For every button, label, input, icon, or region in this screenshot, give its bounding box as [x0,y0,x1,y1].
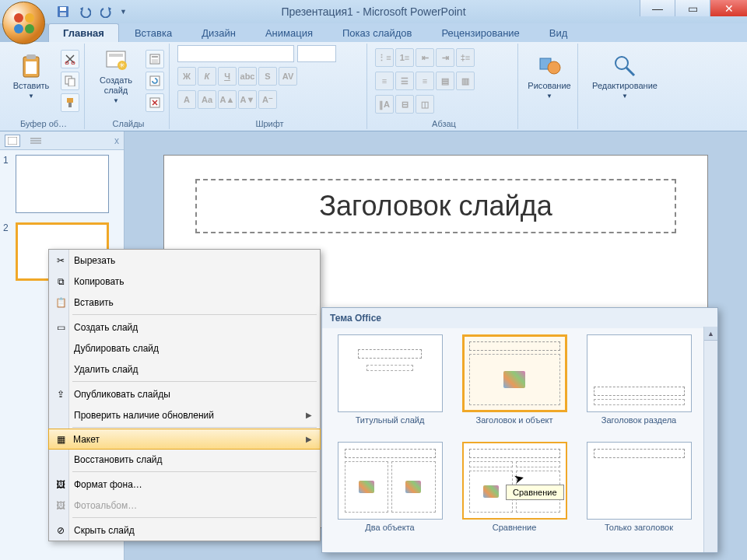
align-text-button[interactable]: ⊟ [395,95,414,114]
outline-tab[interactable] [28,135,44,147]
ribbon-tabs: Главная Вставка Дизайн Анимация Показ сл… [48,23,747,42]
cm-paste[interactable]: 📋Вставить [49,292,320,313]
indent-dec-button[interactable]: ⇤ [416,48,434,67]
shrink-font-button[interactable]: A▼ [238,90,257,109]
format-painter-button[interactable] [61,93,79,112]
slides-tab[interactable] [5,135,20,147]
line-spacing-button[interactable]: ‡≡ [456,48,475,67]
office-button[interactable] [2,2,45,44]
gallery-header: Тема Office [322,308,717,328]
change-case-button[interactable]: Aa [198,90,216,109]
save-button[interactable] [54,3,72,20]
numbering-button[interactable]: 1≡ [395,48,414,67]
new-slide-label: Создать слайд [93,75,139,94]
layout-title-slide[interactable]: Титульный слайд [333,334,447,436]
strike-button[interactable]: abc [238,67,257,86]
shapes-icon [537,54,562,79]
qat-dropdown-icon[interactable]: ▼ [120,8,127,16]
pane-close-button[interactable]: x [114,135,119,146]
paste-button[interactable]: Вставить ▼ [8,45,54,107]
layout-section-header[interactable]: Заголовок раздела [582,334,696,436]
align-left-button[interactable]: ≡ [375,72,394,90]
bullets-button[interactable]: ⋮≡ [375,48,394,67]
svg-rect-22 [152,59,158,63]
slide-delete-button[interactable] [146,93,164,112]
cm-cut[interactable]: ✂Вырезать [49,250,320,271]
cm-layout[interactable]: ▦Макет▶ [48,429,321,450]
chevron-right-icon: ▶ [306,435,312,443]
context-menu: ✂Вырезать ⧉Копировать 📋Вставить ▭Создать… [48,249,321,541]
group-paragraph: ⋮≡ 1≡ ⇤ ⇥ ‡≡ ≡ ☰ ≡ ▤ ▥ ‖A ⊟ ◫ Абзац [370,44,518,129]
thumb-1[interactable]: 1 [0,150,124,218]
char-space-button[interactable]: AV [279,67,297,86]
svg-point-26 [548,61,560,74]
cut-button[interactable] [61,50,79,68]
cm-publish-slides[interactable]: ⇪Опубликовать слайды [49,383,320,404]
bold-button[interactable]: Ж [177,67,196,86]
svg-point-3 [25,24,34,33]
columns-button[interactable]: ▥ [456,72,475,90]
tab-design[interactable]: Дизайн [188,24,250,42]
scissors-icon: ✂ [54,254,68,268]
font-color-button[interactable]: A [177,90,196,109]
new-slide-icon: ▭ [54,320,68,334]
tab-slideshow[interactable]: Показ слайдов [328,24,426,42]
copy-button[interactable] [61,72,79,90]
cm-duplicate-slide[interactable]: Дублировать слайд [49,338,320,359]
drawing-button[interactable]: Рисование ▼ [526,45,573,107]
editing-label: Редактирование [592,81,658,90]
cm-reset-slide[interactable]: Восстановить слайд [49,449,320,470]
redo-button[interactable] [98,3,115,20]
editing-button[interactable]: Редактирование ▼ [586,45,664,107]
slide-reset-button[interactable] [146,72,164,90]
copy-icon [65,75,75,86]
cm-format-background[interactable]: 🖼Формат фона… [49,474,320,495]
tab-review[interactable]: Рецензирование [427,24,533,42]
tab-animation[interactable]: Анимация [251,24,327,42]
smartart-button[interactable]: ◫ [416,95,434,114]
clear-format-button[interactable]: A⁻ [258,90,277,109]
italic-button[interactable]: К [198,67,216,86]
indent-inc-button[interactable]: ⇥ [436,48,454,67]
scroll-up-button[interactable]: ▲ [704,327,717,341]
minimize-button[interactable]: ― [640,0,675,16]
paste-label: Вставить [13,81,50,90]
slide-title-placeholder[interactable]: Заголовок слайда [195,179,676,233]
tab-home[interactable]: Главная [48,23,119,42]
layout-title-content[interactable]: Заголовок и объект [458,334,571,436]
layout-two-content[interactable]: Два объекта [333,442,447,543]
tab-insert[interactable]: Вставка [121,24,186,42]
cm-new-slide[interactable]: ▭Создать слайд [49,317,320,338]
cm-check-updates[interactable]: Проверить наличие обновлений▶ [49,404,320,425]
undo-button[interactable] [76,3,93,20]
group-slides: ✳ Создать слайд ▼ Слайды [88,44,170,129]
new-slide-button[interactable]: ✳ Создать слайд ▼ [93,45,139,107]
font-group-label: Шрифт [173,119,366,128]
shadow-button[interactable]: S [258,67,277,86]
underline-button[interactable]: Ч [218,67,237,86]
align-center-button[interactable]: ☰ [395,72,414,90]
close-button[interactable]: ✕ [710,0,747,16]
cm-copy[interactable]: ⧉Копировать [49,271,320,292]
slide-layout-button[interactable] [146,50,164,68]
justify-button[interactable]: ▤ [436,72,454,90]
font-size-combo[interactable] [297,45,336,62]
text-direction-button[interactable]: ‖A [375,95,394,114]
svg-point-2 [14,24,23,33]
gallery-scrollbar[interactable]: ▲ [703,327,717,552]
cm-hide-slide[interactable]: ⊘Скрыть слайд [49,520,320,541]
cm-delete-slide[interactable]: Удалить слайд [49,359,320,380]
group-drawing: Рисование ▼ [521,44,578,129]
svg-rect-9 [26,61,37,74]
grow-font-button[interactable]: A▲ [218,90,237,109]
tab-view[interactable]: Вид [535,24,582,42]
photoalbum-icon: 🖼 [54,499,68,513]
thumb-number: 1 [3,155,12,166]
font-name-combo[interactable] [177,45,294,62]
maximize-button[interactable]: ▭ [675,0,710,16]
svg-rect-8 [26,54,36,59]
align-right-button[interactable]: ≡ [416,72,434,90]
svg-point-27 [615,57,628,69]
layout-title-only[interactable]: Только заголовок [582,442,696,543]
brush-icon [65,97,75,108]
